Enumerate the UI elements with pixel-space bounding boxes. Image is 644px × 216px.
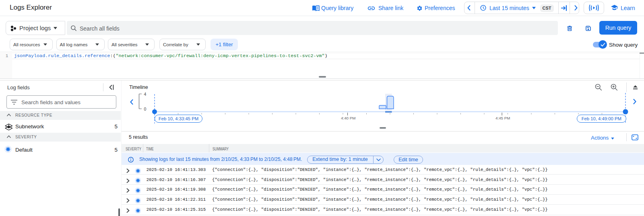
svg-text:4:40 PM: 4:40 PM <box>341 116 356 120</box>
svg-text:4: 4 <box>144 92 147 97</box>
svg-text:4:45 PM: 4:45 PM <box>495 116 510 120</box>
svg-text:0: 0 <box>144 107 147 111</box>
